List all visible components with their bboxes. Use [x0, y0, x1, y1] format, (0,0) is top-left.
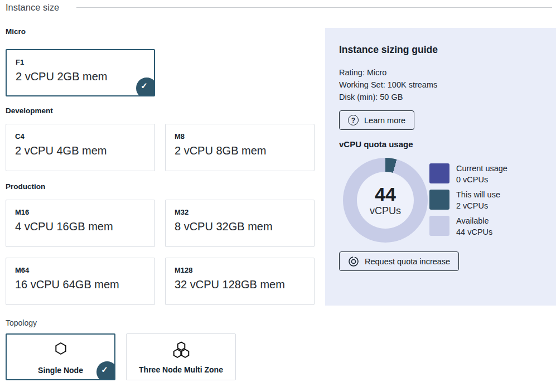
- quota-target-icon: [348, 256, 359, 267]
- tier-label: M64: [15, 266, 29, 274]
- legend-item-current-usage: Current usage 0 vCPUs: [429, 163, 547, 186]
- section-label-development: Development: [6, 107, 53, 115]
- legend-item-this-will-use: This will use 2 vCPUs: [429, 190, 547, 212]
- spec-label: 8 vCPU 32GB mem: [175, 220, 273, 233]
- section-label-production: Production: [6, 182, 45, 191]
- vcpu-total-unit: vCPUs: [370, 205, 401, 217]
- size-card-c4[interactable]: C4 2 vCPU 4GB mem: [6, 124, 155, 171]
- legend-value: 44 vCPUs: [456, 228, 492, 236]
- legend-swatch-current-usage: [429, 163, 449, 183]
- legend-label: Current usage: [456, 164, 507, 173]
- learn-more-label: Learn more: [364, 116, 405, 125]
- spec-label: 2 vCPU 2GB mem: [16, 70, 107, 83]
- legend-label: Available: [456, 216, 489, 225]
- three-hexagons-icon: [127, 341, 235, 359]
- vcpu-quota-usage-title: vCPU quota usage: [339, 139, 413, 149]
- header-divider: [76, 7, 552, 8]
- page-title: Instance size: [6, 2, 59, 13]
- guide-rating: Rating: Micro: [339, 68, 386, 77]
- guide-disk: Disk (min): 50 GB: [339, 93, 403, 101]
- size-card-f1[interactable]: F1 2 vCPU 2GB mem ✓: [6, 49, 155, 96]
- vcpu-donut-ring: 44 vCPUs: [343, 158, 428, 243]
- instance-size-page: Instance size Micro F1 2 vCPU 2GB mem ✓ …: [0, 0, 556, 392]
- size-card-m128[interactable]: M128 32 vCPU 128GB mem: [165, 258, 315, 305]
- size-card-m32[interactable]: M32 8 vCPU 32GB mem: [165, 200, 315, 247]
- single-hexagon-icon: [7, 342, 114, 356]
- tier-label: M16: [15, 208, 29, 216]
- question-icon: ?: [348, 115, 359, 125]
- size-card-m64[interactable]: M64 16 vCPU 64GB mem: [6, 258, 155, 305]
- topology-option-label: Three Node Multi Zone: [127, 365, 235, 374]
- legend-value: 0 vCPUs: [456, 175, 488, 184]
- guide-working-set: Working Set: 100K streams: [339, 80, 437, 89]
- size-card-m16[interactable]: M16 4 vCPU 16GB mem: [6, 200, 155, 247]
- learn-more-button[interactable]: ? Learn more: [339, 110, 414, 130]
- legend-value: 2 vCPUs: [456, 201, 488, 210]
- vcpu-donut-center: 44 vCPUs: [357, 172, 414, 229]
- guide-title: Instance sizing guide: [339, 44, 438, 56]
- selected-check-icon: ✓: [96, 361, 115, 380]
- topology-option-single-node[interactable]: Single Node ✓: [6, 333, 115, 380]
- legend-swatch-available: [429, 216, 449, 236]
- request-quota-increase-button[interactable]: Request quota increase: [339, 251, 459, 271]
- tier-label: F1: [16, 58, 24, 66]
- vcpu-total-value: 44: [375, 184, 396, 204]
- spec-label: 2 vCPU 8GB mem: [175, 144, 266, 157]
- section-label-micro: Micro: [6, 27, 26, 36]
- topology-label: Topology: [6, 318, 37, 327]
- legend-label: This will use: [456, 190, 500, 199]
- tier-label: M8: [175, 132, 185, 141]
- instance-sizing-guide-panel: Instance sizing guide Rating: Micro Work…: [325, 28, 556, 306]
- legend-item-available: Available 44 vCPUs: [429, 216, 547, 238]
- tier-label: M32: [175, 208, 188, 216]
- tier-label: M128: [175, 266, 193, 274]
- spec-label: 4 vCPU 16GB mem: [15, 220, 113, 233]
- size-card-m8[interactable]: M8 2 vCPU 8GB mem: [165, 124, 315, 171]
- tier-label: C4: [15, 132, 25, 141]
- legend-swatch-this-will-use: [429, 190, 449, 210]
- request-quota-label: Request quota increase: [365, 257, 450, 266]
- spec-label: 16 vCPU 64GB mem: [15, 278, 119, 291]
- spec-label: 2 vCPU 4GB mem: [15, 144, 107, 157]
- spec-label: 32 vCPU 128GB mem: [175, 278, 285, 291]
- topology-option-three-node[interactable]: Three Node Multi Zone: [126, 333, 236, 380]
- selected-check-icon: ✓: [136, 78, 155, 96]
